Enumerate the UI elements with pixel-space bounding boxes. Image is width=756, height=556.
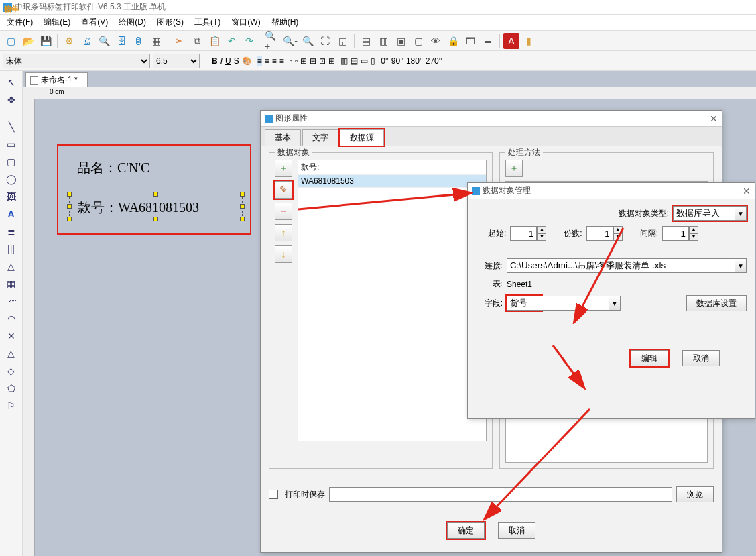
method-add-button[interactable]: ＋ — [505, 160, 523, 177]
zoomin-icon[interactable]: 🔍+ — [265, 33, 281, 49]
copy-icon[interactable]: ⧉ — [189, 33, 205, 49]
selected-text-object[interactable]: 款号：WA681081503 — [69, 194, 243, 219]
menu-help[interactable]: 帮助(H) — [267, 15, 303, 30]
group-icon[interactable]: ▣ — [393, 33, 409, 49]
connection-combo[interactable]: ▼ — [507, 258, 747, 273]
bold-icon[interactable]: B — [212, 56, 218, 66]
db-settings-button[interactable]: 数据库设置 — [686, 295, 747, 311]
grid-icon[interactable]: ▦ — [148, 33, 164, 49]
properties-dialog-title[interactable]: 图形属性 ✕ — [261, 111, 722, 127]
zoomsel-icon[interactable]: ◱ — [334, 33, 351, 49]
align-left-icon[interactable]: ≡ — [257, 56, 262, 66]
close-icon[interactable]: ✕ — [710, 113, 718, 124]
arc-icon[interactable]: ◠ — [2, 311, 21, 327]
moveup-button[interactable]: ↑ — [275, 224, 292, 241]
line-icon[interactable]: ╲ — [2, 119, 21, 135]
alignbox1-icon[interactable]: ▫ — [290, 56, 292, 66]
font-select[interactable]: 宋体 — [3, 54, 150, 68]
menu-edit[interactable]: 编辑(E) — [40, 15, 74, 30]
document-tab[interactable]: 未命名-1 * — [25, 72, 88, 88]
props-icon[interactable]: 🗔 — [462, 33, 479, 49]
richtext-icon[interactable]: ≣ — [2, 223, 21, 239]
menu-draw[interactable]: 绘图(D) — [115, 15, 150, 30]
rot0-icon[interactable]: 0° — [381, 56, 388, 66]
dist-h-icon[interactable]: ▥ — [340, 56, 348, 66]
db-icon[interactable]: 🗄 — [113, 33, 129, 49]
pan-icon[interactable]: ✥ — [2, 92, 21, 108]
menu-tool[interactable]: 工具(T) — [190, 15, 225, 30]
brand-text[interactable]: 品名：C'N'C — [77, 159, 149, 177]
dataobj-dialog-title[interactable]: 数据对象管理 ✕ — [468, 183, 755, 199]
alignbox5-icon[interactable]: ⊡ — [319, 56, 326, 66]
alignbox6-icon[interactable]: ⊞ — [328, 56, 335, 66]
text-icon[interactable]: A — [2, 206, 21, 222]
layers-icon[interactable]: ≣ — [480, 33, 496, 49]
menu-graph[interactable]: 图形(S) — [153, 15, 188, 30]
chevron-down-icon[interactable]: ▼ — [735, 206, 747, 221]
menu-view[interactable]: 查看(V) — [77, 15, 112, 30]
menu-window[interactable]: 窗口(W) — [227, 15, 264, 30]
tab-datasource[interactable]: 数据源 — [340, 129, 384, 146]
cancel-button[interactable]: 取消 — [682, 350, 720, 366]
ok-button[interactable]: 确定 — [447, 522, 485, 539]
settings-icon[interactable]: ⚙ — [61, 33, 77, 49]
tab-text[interactable]: 文字 — [302, 129, 338, 146]
dist-v-icon[interactable]: ▤ — [351, 56, 358, 66]
print-icon[interactable]: 🖨 — [78, 33, 94, 49]
new-icon[interactable]: ▢ — [3, 33, 19, 49]
zoomout-icon[interactable]: 🔍- — [282, 33, 298, 49]
connection-input[interactable] — [507, 258, 735, 273]
remove-button[interactable]: － — [275, 203, 292, 220]
align-justify-icon[interactable]: ≡ — [279, 56, 284, 66]
lockprint-icon[interactable]: 👁 — [428, 33, 444, 49]
star-icon[interactable]: ⬠ — [2, 380, 21, 396]
alignbox2-icon[interactable]: ▫ — [295, 56, 298, 66]
curve-icon[interactable]: 〰 — [2, 293, 21, 309]
rect-icon[interactable]: ▭ — [2, 136, 21, 152]
field-input[interactable] — [507, 296, 542, 311]
size-select[interactable]: 6.5 — [153, 54, 200, 68]
samew-icon[interactable]: ▭ — [361, 56, 368, 66]
pdf-icon[interactable]: A — [503, 33, 519, 49]
table-icon[interactable]: ▦ — [2, 276, 21, 292]
field-combo[interactable]: ▼ — [507, 296, 621, 311]
save-path-input[interactable] — [329, 487, 672, 502]
cross-icon[interactable]: ✕ — [2, 328, 21, 344]
add-button[interactable]: ＋ — [275, 160, 292, 177]
cancel-button[interactable]: 取消 — [498, 522, 536, 539]
image-icon[interactable]: 🖼 — [2, 188, 21, 205]
undo-icon[interactable]: ↶ — [224, 33, 240, 49]
lock-icon[interactable]: 🔒 — [445, 33, 461, 49]
dataobj-list[interactable]: 款号: WA681081503 — [298, 160, 487, 441]
type-combo[interactable]: ▼ — [673, 206, 747, 221]
align-center-icon[interactable]: ≡ — [265, 56, 269, 66]
color-icon[interactable]: 🎨 — [242, 56, 252, 66]
save-icon[interactable]: 💾 — [38, 33, 54, 49]
align-right-icon[interactable]: ≡ — [272, 56, 277, 66]
rot180-icon[interactable]: 180° — [406, 56, 423, 66]
diamond-icon[interactable]: ◇ — [2, 363, 21, 379]
fit-icon[interactable]: ⛶ — [317, 33, 333, 49]
alignbox4-icon[interactable]: ⊟ — [310, 56, 316, 66]
preview-icon[interactable]: 🔍 — [96, 33, 112, 49]
browse-button[interactable]: 浏览 — [676, 486, 714, 502]
type-input[interactable] — [673, 206, 735, 221]
redo-icon[interactable]: ↷ — [241, 33, 257, 49]
chevron-down-icon[interactable]: ▼ — [609, 296, 621, 311]
count-spinner[interactable]: ▲▼ — [586, 226, 623, 241]
edit-confirm-button[interactable]: 编辑 — [631, 350, 668, 366]
ungroup-icon[interactable]: ▢ — [410, 33, 426, 49]
chevron-down-icon[interactable]: ▼ — [735, 258, 747, 273]
barcode-icon[interactable]: ||| — [2, 241, 21, 257]
rot90-icon[interactable]: 90° — [391, 56, 403, 66]
italic-icon[interactable]: I — [220, 56, 223, 66]
movedown-button[interactable]: ↓ — [275, 245, 292, 263]
edit-button[interactable]: ✎ — [275, 181, 292, 199]
dbmgr-icon[interactable]: 🛢 — [131, 33, 147, 49]
start-spinner[interactable]: ▲▼ — [510, 226, 546, 241]
close-icon[interactable]: ✕ — [743, 186, 751, 197]
zoom100-icon[interactable]: 🔍 — [300, 33, 316, 49]
open-icon[interactable]: 📂 — [20, 33, 36, 49]
rot270-icon[interactable]: 270° — [426, 56, 442, 66]
underline-icon[interactable]: U — [225, 56, 231, 66]
